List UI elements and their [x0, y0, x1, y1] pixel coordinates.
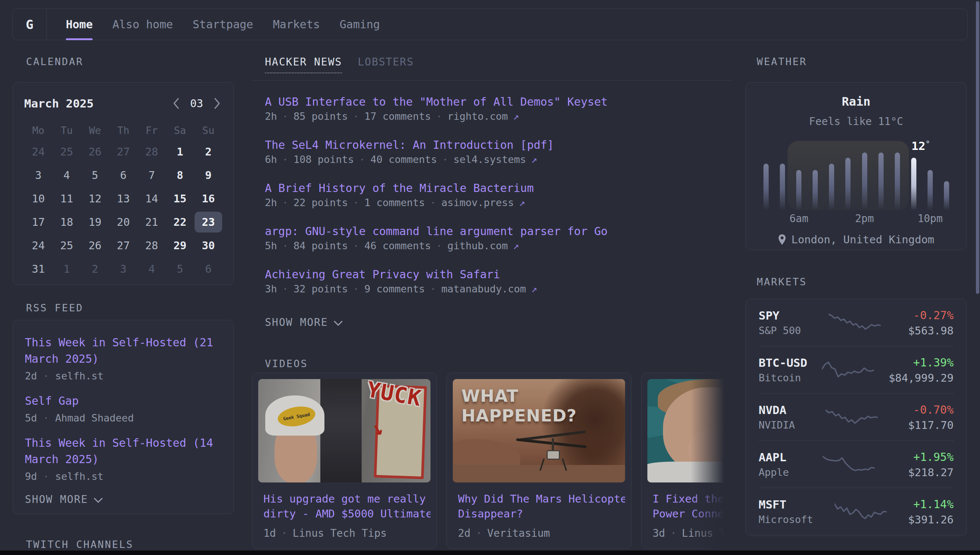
dot-separator — [282, 154, 288, 165]
calendar-day[interactable]: 24 — [24, 140, 53, 163]
calendar-day[interactable]: 20 — [109, 210, 137, 234]
calendar-day[interactable]: 6 — [194, 257, 223, 281]
calendar-day[interactable]: 1 — [166, 140, 194, 163]
calendar-day[interactable]: 6 — [109, 163, 137, 187]
sparkline — [829, 310, 881, 335]
calendar-day[interactable]: 30 — [194, 234, 223, 257]
calendar-day[interactable]: 9 — [194, 163, 223, 187]
news-item-domain[interactable]: asimov.press — [441, 197, 514, 208]
calendar-prev-icon[interactable] — [172, 97, 180, 110]
calendar-day[interactable]: 3 — [24, 163, 53, 187]
rss-item[interactable]: This Week in Self-Hosted (21 March 2025)… — [25, 334, 222, 382]
calendar-day[interactable]: 1 — [53, 257, 81, 281]
market-row[interactable]: BTC-USDBitcoin +1.39%$84,999.29 — [759, 346, 954, 393]
market-row[interactable]: MSFTMicrosoft +1.14%$391.26 — [759, 488, 954, 535]
nav-tab-startpage[interactable]: Startpage — [193, 9, 253, 40]
calendar-day[interactable]: 24 — [24, 234, 53, 257]
calendar-day[interactable]: 4 — [53, 163, 81, 187]
calendar-day[interactable]: 26 — [81, 140, 109, 163]
calendar-day[interactable]: 17 — [24, 210, 53, 234]
news-item[interactable]: A USB Interface to the "Mother of All De… — [265, 95, 731, 122]
calendar-day[interactable]: 11 — [53, 187, 81, 210]
calendar-day[interactable]: 18 — [53, 210, 81, 234]
news-item-domain[interactable]: github.com — [447, 240, 508, 252]
calendar-day[interactable]: 2 — [194, 140, 223, 163]
news-item-title[interactable]: A USB Interface to the "Mother of All De… — [265, 95, 731, 109]
calendar-day[interactable]: 10 — [24, 187, 53, 210]
calendar-day[interactable]: 29 — [166, 234, 194, 257]
news-item[interactable]: argp: GNU-style command line argument pa… — [265, 225, 731, 252]
news-tabs: HACKER NEWS LOBSTERS — [265, 56, 414, 73]
calendar-day[interactable]: 25 — [53, 140, 81, 163]
calendar-day[interactable]: 25 — [53, 234, 81, 257]
news-item-domain[interactable]: sel4.systems — [454, 154, 526, 165]
nav-tab-home[interactable]: Home — [66, 9, 93, 40]
dot-separator — [670, 527, 677, 539]
calendar-day[interactable]: 28 — [138, 234, 166, 257]
news-show-more-button[interactable]: SHOW MORE — [265, 316, 731, 329]
calendar-day[interactable]: 16 — [194, 187, 223, 210]
app-logo[interactable]: G — [13, 9, 47, 40]
video-thumbnail[interactable]: Geek Squad YUCK ↘ — [258, 379, 430, 483]
calendar-day[interactable]: 28 — [138, 140, 166, 163]
video-meta: 3dLinus Tec — [647, 527, 731, 539]
calendar-day[interactable]: 26 — [81, 234, 109, 257]
page-scrollbar-thumb[interactable] — [976, 1, 979, 294]
rss-item-title[interactable]: Self Gap — [25, 393, 222, 409]
news-item-title[interactable]: The SeL4 Microkernel: An Introduction [p… — [265, 138, 731, 152]
temperature-bar — [911, 158, 916, 210]
tab-lobsters[interactable]: LOBSTERS — [358, 56, 414, 73]
news-item-title[interactable]: Achieving Great Privacy with Safari — [265, 268, 731, 281]
calendar-day[interactable]: 14 — [138, 187, 166, 210]
video-title[interactable]: His upgrade got me reallydirty - AMD $50… — [258, 491, 430, 521]
video-card[interactable]: WHAT HAPPENED? Why Did The Mars Helicopt… — [446, 373, 631, 549]
market-row[interactable]: AAPLApple +1.95%$218.27 — [759, 441, 954, 488]
calendar-day[interactable]: 21 — [138, 210, 166, 234]
rss-item-title[interactable]: This Week in Self-Hosted (21 March 2025) — [25, 334, 222, 367]
calendar-day[interactable]: 27 — [109, 140, 137, 163]
location-pin-icon — [778, 234, 786, 245]
calendar-day[interactable]: 15 — [166, 187, 194, 210]
news-item-domain[interactable]: righto.com — [447, 111, 508, 122]
market-row[interactable]: NVDANVIDIA -0.70%$117.70 — [759, 393, 954, 441]
calendar-day[interactable]: 23 — [194, 210, 223, 234]
calendar-day[interactable]: 12 — [81, 187, 109, 210]
calendar-day[interactable]: 31 — [24, 257, 53, 281]
video-card[interactable]: Geek Squad YUCK ↘ His upgrade got me rea… — [252, 373, 437, 549]
video-title[interactable]: I Fixed the 5Power Connect — [647, 491, 731, 521]
news-item-title[interactable]: argp: GNU-style command line argument pa… — [265, 225, 731, 238]
market-row[interactable]: SPYS&P 500 -0.27%$563.98 — [759, 299, 954, 346]
calendar-day[interactable]: 7 — [138, 163, 166, 187]
news-item[interactable]: A Brief History of the Miracle Bacterium… — [265, 181, 731, 208]
calendar-day[interactable]: 5 — [81, 163, 109, 187]
calendar-day[interactable]: 8 — [166, 163, 194, 187]
calendar-day[interactable]: 2 — [81, 257, 109, 281]
dust-storm-graphic — [520, 379, 625, 483]
rss-item-title[interactable]: This Week in Self-Hosted (14 March 2025) — [25, 435, 222, 468]
hair-graphic — [658, 379, 731, 416]
news-item[interactable]: Achieving Great Privacy with Safari 3h32… — [265, 268, 731, 295]
calendar-next-icon[interactable] — [213, 97, 221, 110]
dot-separator — [430, 197, 436, 208]
rss-item[interactable]: Self Gap 5d Ahmad Shadeed — [25, 393, 222, 424]
news-item[interactable]: The SeL4 Microkernel: An Introduction [p… — [265, 138, 731, 165]
tab-hacker-news[interactable]: HACKER NEWS — [265, 56, 342, 73]
rss-item[interactable]: This Week in Self-Hosted (14 March 2025)… — [25, 435, 222, 482]
calendar-day[interactable]: 27 — [109, 234, 137, 257]
rss-show-more-button[interactable]: SHOW MORE — [25, 493, 222, 505]
calendar-day[interactable]: 13 — [109, 187, 137, 210]
news-item-title[interactable]: A Brief History of the Miracle Bacterium — [265, 181, 731, 195]
video-thumbnail[interactable]: DO TH T — [647, 379, 731, 483]
calendar-day[interactable]: 4 — [138, 257, 166, 281]
video-thumbnail[interactable]: WHAT HAPPENED? — [453, 379, 625, 483]
nav-tab-also-home[interactable]: Also home — [112, 9, 173, 40]
calendar-day[interactable]: 19 — [81, 210, 109, 234]
calendar-day[interactable]: 5 — [166, 257, 194, 281]
video-title[interactable]: Why Did The Mars HelicopterDisappear? — [453, 491, 625, 521]
video-card[interactable]: DO TH T I Fixed the 5Power Connect 3dLin… — [641, 373, 731, 549]
news-item-points: 108 points — [294, 154, 354, 165]
calendar-day[interactable]: 3 — [109, 257, 137, 281]
sparkline — [826, 405, 878, 429]
news-item-domain[interactable]: matanabudy.com — [441, 284, 526, 295]
calendar-day[interactable]: 22 — [166, 210, 194, 234]
